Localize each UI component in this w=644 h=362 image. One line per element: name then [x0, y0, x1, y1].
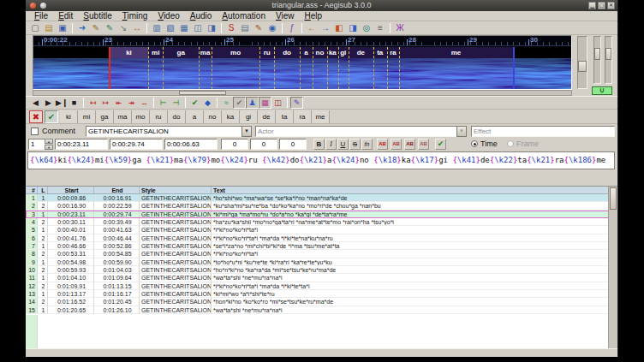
color-button-4[interactable]: AB [418, 139, 429, 150]
auto-next-icon[interactable]: ♟ [246, 97, 259, 109]
audio-horizontal-zoom-slider[interactable] [577, 36, 587, 89]
commit-button[interactable]: ✔ [435, 139, 446, 150]
grid-scroll-thumb[interactable] [610, 187, 617, 210]
styling-assistant-icon[interactable]: ✎ [90, 22, 102, 34]
table-row[interactable]: 1310:01:13.170:01:16.17GETINTHECARITSALI… [26, 290, 617, 298]
zoom-slider-handle[interactable] [578, 61, 587, 72]
color-button-2[interactable]: AB [391, 139, 402, 150]
table-row[interactable]: 220:00:16.900:00:22.59GETINTHECARITSALIO… [26, 202, 617, 210]
close-button[interactable]: ✕ [607, 2, 615, 9]
grid-column-header[interactable]: # [26, 187, 38, 193]
karaoke-split-syllable[interactable]: ka [222, 110, 240, 123]
commit-icon[interactable]: ✔ [188, 97, 201, 109]
karaoke-split-syllable[interactable]: ki [60, 110, 78, 123]
karaoke-split-syllable[interactable]: a [186, 110, 204, 123]
duration-field[interactable]: 0:00:06.63 [164, 139, 218, 150]
attached-files-icon[interactable]: ▧ [164, 22, 176, 34]
margin-left-field[interactable]: 0 [221, 139, 248, 150]
table-row[interactable]: 910:00:54.980:00:59.90GETINTHECARITSALIO… [26, 258, 617, 266]
menu-view[interactable]: View [271, 11, 300, 21]
karaoke-split-syllable[interactable]: do [168, 110, 186, 123]
shift-to-current-icon[interactable]: ◎ [361, 22, 373, 34]
play-to-end-icon[interactable]: ↔ [138, 97, 151, 109]
karaoke-split-syllable[interactable]: ta [276, 110, 294, 123]
play-last-500ms-icon[interactable]: ↠ [125, 97, 138, 109]
karaoke-syllable-region[interactable]: ma [199, 47, 212, 58]
margin-vertical-field[interactable]: 0 [279, 139, 307, 150]
waveform-mode-icon[interactable]: ◫ [271, 97, 284, 109]
save-subtitles-icon[interactable]: ▣ [57, 22, 69, 34]
go-to-selection-icon[interactable]: ◆ [201, 97, 214, 109]
audio-time-ruler[interactable]: 0:00:222324252627282930 [33, 36, 571, 46]
grid-header-row[interactable]: #LStartEndStyleText [26, 187, 617, 194]
export-icon[interactable]: ◨ [206, 22, 218, 34]
layer-spinner[interactable]: 1 [28, 139, 45, 150]
select-lines-icon[interactable]: ◫ [192, 22, 204, 34]
audio-scroll-thumb[interactable] [179, 91, 226, 95]
time-shift-forward-icon[interactable]: → [319, 22, 331, 34]
karaoke-syllable-region[interactable]: do [274, 47, 300, 58]
table-row[interactable]: 1220:01:09.910:01:13.15GETINTHECARITSALI… [26, 282, 617, 290]
underline-button[interactable]: U [337, 139, 349, 150]
frame-radio[interactable] [507, 140, 514, 147]
karaoke-split-syllable[interactable]: gi [240, 110, 258, 123]
karaoke-split-syllable[interactable]: no [204, 110, 222, 123]
karaoke-syllable-region[interactable]: mi [148, 47, 163, 58]
karaoke-syllable-region[interactable]: ta [373, 47, 387, 58]
menu-subtitle[interactable]: Subtitle [78, 11, 116, 21]
karaoke-split-syllable[interactable]: mi [78, 110, 96, 123]
translation-assistant-icon[interactable]: ✎ [104, 22, 116, 34]
karaoke-syllable-region[interactable]: ra [387, 47, 400, 58]
karaoke-split-syllable[interactable]: ru [150, 110, 168, 123]
snap-start-to-video-icon[interactable]: ◧ [333, 22, 345, 34]
properties-icon[interactable]: ▤ [239, 22, 251, 34]
font-button[interactable]: fn [361, 139, 373, 150]
menu-edit[interactable]: Edit [53, 11, 78, 21]
menu-timing[interactable]: Timing [117, 11, 153, 21]
audio-vertical-zoom-slider[interactable] [593, 36, 601, 84]
open-subtitles-icon[interactable]: ▤ [43, 22, 55, 34]
karaoke-syllable-region[interactable]: no [313, 47, 327, 58]
color-button-3[interactable]: AB [404, 139, 415, 150]
menu-video[interactable]: Video [152, 11, 184, 21]
italic-button[interactable]: I [325, 139, 337, 150]
grid-column-header[interactable]: Text [212, 187, 617, 193]
table-row[interactable]: 420:00:30.110:00:39.49GETINTHECARITSALIO… [26, 218, 617, 226]
spectrum-mode-icon[interactable]: ▦ [259, 97, 271, 109]
spell-checker-icon[interactable]: S [225, 22, 237, 34]
karaoke-accept-split-button[interactable]: ✔ [45, 110, 58, 123]
karaoke-syllable-region[interactable]: ki [110, 47, 148, 58]
karaoke-syllable-region[interactable]: ru [259, 47, 274, 58]
karaoke-syllable-region[interactable]: a [300, 47, 313, 58]
table-row[interactable]: 110:00:09.860:00:16.91GETINTHECARITSALIO… [26, 194, 617, 202]
kanji-timer-icon[interactable]: Ж [394, 22, 406, 34]
karaoke-split-syllable[interactable]: ma [114, 110, 132, 123]
minimize-button[interactable]: ▁ [588, 2, 596, 9]
menu-audio[interactable]: Audio [185, 11, 218, 21]
menu-help[interactable]: Help [299, 11, 327, 21]
effect-field[interactable]: Effect [471, 126, 615, 137]
bold-button[interactable]: B [313, 139, 325, 150]
auto-scroll-icon[interactable]: ≈ [220, 97, 233, 109]
table-row[interactable]: 310:00:23.110:00:29.74GETINTHECARITSALIO… [26, 211, 617, 218]
lead-in-icon[interactable]: ⊢ [157, 97, 170, 109]
strikeout-button[interactable]: S [349, 139, 361, 150]
karaoke-syllable-region[interactable]: mo [212, 47, 259, 58]
audio-spectrogram-display[interactable]: 0:00:222324252627282930 kimigamamorudoan… [33, 35, 572, 90]
table-row[interactable]: 710:00:46.660:00:52.86GETINTHECARITSALIO… [26, 242, 617, 250]
table-row[interactable]: 1510:01:20.650:01:26.10GETINTHECARITSALI… [26, 306, 617, 314]
layer-spin-up-icon[interactable]: ▲ [45, 139, 53, 144]
karaoke-syllable-region[interactable]: me [399, 47, 512, 58]
jump-to-icon[interactable]: ➜ [76, 22, 88, 34]
actor-combo[interactable]: Actor [255, 126, 457, 137]
styles-manager-icon[interactable]: ▥ [151, 22, 163, 34]
play-before-icon[interactable]: ↤ [86, 97, 99, 109]
fonts-collector-icon[interactable]: ▦ [178, 22, 190, 34]
new-subtitles-icon[interactable]: ▢ [29, 22, 41, 34]
table-row[interactable]: 1110:01:04.100:01:09.64GETINTHECARITSALI… [26, 274, 617, 282]
selection-end-marker[interactable] [513, 47, 515, 89]
grid-column-header[interactable]: Style [140, 187, 212, 193]
help-website-icon[interactable]: ◉ [266, 22, 278, 34]
start-time-field[interactable]: 0:00:23.11 [55, 139, 108, 150]
margin-right-field[interactable]: 0 [250, 139, 277, 150]
